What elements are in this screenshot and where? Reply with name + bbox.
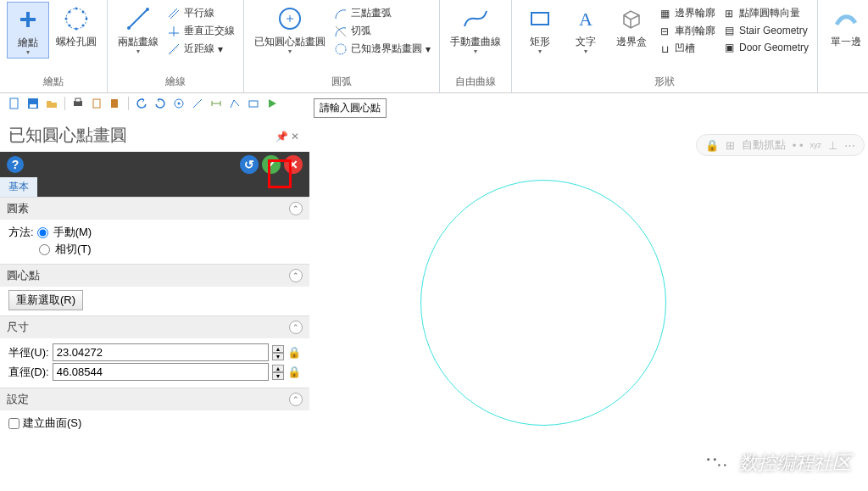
diameter-spinner[interactable]: ▲▼ — [272, 365, 284, 380]
groove-button[interactable]: ⊔凹槽 — [656, 41, 717, 57]
perpendicular-line-button[interactable]: 垂直正交線 — [165, 23, 236, 39]
ok-button[interactable]: ✓ — [262, 155, 281, 174]
boundary-button[interactable]: ▦邊界輪廓 — [656, 5, 717, 21]
group-label-points: 繪點 — [43, 73, 64, 92]
clipboard-icon[interactable] — [89, 96, 104, 111]
two-point-line-button[interactable]: 兩點畫線 ▾ — [114, 2, 162, 57]
collapse-icon[interactable]: ⌃ — [289, 202, 303, 215]
save-icon[interactable] — [25, 96, 41, 111]
pin-icon[interactable]: 📌 — [275, 131, 286, 141]
three-point-arc-button[interactable]: 三點畫弧 — [332, 5, 432, 21]
play-icon[interactable] — [264, 96, 280, 111]
circle-center-label: 已知圓心點畫圓 — [254, 36, 326, 47]
manual-curve-button[interactable]: 手動畫曲線 ▾ — [447, 2, 504, 57]
point-label: 繪點 — [18, 36, 38, 48]
bolt-circle-button[interactable]: 螺栓孔圓 — [53, 2, 100, 49]
dim-tool-icon[interactable] — [209, 96, 224, 111]
snap-dots-icon[interactable]: • • — [793, 139, 804, 152]
method-manual-radio[interactable] — [37, 227, 48, 238]
svg-rect-31 — [75, 98, 81, 102]
svg-point-7 — [82, 11, 85, 14]
door-button[interactable]: ▣Door Geometry — [721, 40, 810, 55]
lock-icon[interactable]: 🔒 — [705, 139, 719, 152]
svg-rect-32 — [93, 99, 100, 108]
curve-icon — [460, 3, 491, 34]
group-label-shapes: 形狀 — [654, 73, 675, 92]
cut-arc-button[interactable]: 切弧 — [332, 23, 432, 39]
lock-icon[interactable]: 🔒 — [287, 346, 301, 359]
chevron-down-icon: ▾ — [426, 43, 431, 55]
boundary-circle-icon — [334, 42, 348, 56]
radius-spinner[interactable]: ▲▼ — [272, 345, 284, 360]
stair-button[interactable]: ▤Stair Geometry — [721, 23, 810, 38]
redo-icon[interactable] — [153, 96, 168, 111]
chevron-down-icon: ▾ — [584, 47, 587, 55]
create-surface-checkbox[interactable] — [8, 418, 19, 429]
reselect-button[interactable]: 重新選取(R) — [8, 290, 83, 310]
print-icon[interactable] — [70, 96, 86, 111]
svg-line-36 — [193, 99, 202, 108]
parallel-line-button[interactable]: 平行線 — [165, 5, 236, 21]
undo-icon[interactable] — [134, 96, 149, 111]
bbox-button[interactable]: 邊界盒 — [610, 2, 653, 49]
svg-point-35 — [178, 103, 181, 105]
turn-icon: ⊟ — [658, 25, 671, 38]
paste-icon[interactable] — [108, 96, 123, 111]
lock-icon[interactable]: 🔒 — [287, 365, 301, 378]
wechat-icon — [702, 451, 731, 475]
collapse-icon[interactable]: ⌃ — [289, 269, 303, 282]
collapse-icon[interactable]: ⌃ — [289, 393, 303, 406]
method-manual-label[interactable]: 手動(M) — [53, 225, 92, 240]
pattern-icon: ⊞ — [722, 7, 736, 20]
radius-input[interactable] — [53, 343, 269, 361]
turn-button[interactable]: ⊟車削輪廓 — [656, 23, 717, 39]
snap-xyz-icon[interactable]: xyz — [810, 141, 822, 149]
drawing-canvas[interactable] — [310, 119, 868, 491]
collapse-icon[interactable]: ⌃ — [289, 321, 303, 334]
svg-point-4 — [86, 18, 88, 20]
preview-circle — [420, 180, 666, 426]
svg-rect-29 — [30, 104, 36, 108]
folder-icon[interactable] — [44, 96, 59, 111]
method-tangent-radio[interactable] — [39, 244, 50, 255]
bolt-circle-label: 螺栓孔圓 — [56, 36, 97, 47]
section-settings-head: 設定 — [7, 392, 29, 407]
rect-button[interactable]: 矩形 ▾ — [519, 2, 561, 57]
tab-basic[interactable]: 基本 — [0, 177, 37, 197]
close-icon[interactable]: ✕ — [291, 131, 301, 141]
point-button[interactable]: 繪點 ▾ — [7, 2, 49, 59]
cancel-button[interactable]: ✕ — [284, 155, 303, 174]
chevron-down-icon: ▾ — [474, 47, 477, 55]
target-icon[interactable] — [171, 96, 186, 111]
diameter-label: 直徑(D): — [8, 365, 49, 380]
snap-label: 自動抓點 — [742, 137, 786, 153]
quick-access-toolbar — [0, 93, 868, 114]
create-surface-label[interactable]: 建立曲面(S) — [23, 416, 81, 431]
bbox-label: 邊界盒 — [616, 36, 647, 47]
new-file-icon[interactable] — [7, 96, 22, 111]
trim-tool-icon[interactable] — [227, 96, 242, 111]
perpendicular-icon — [167, 25, 181, 38]
arc-icon — [334, 7, 348, 20]
method-tangent-label[interactable]: 相切(T) — [55, 242, 92, 257]
snap-perp-icon[interactable]: ⊥ — [828, 139, 837, 152]
watermark: 数控编程社区 — [702, 450, 851, 476]
grid-icon[interactable]: ⊞ — [726, 139, 735, 152]
circle-center-button[interactable]: 已知圓心點畫圓 ▾ — [251, 2, 329, 57]
snap-more-icon[interactable]: ⋯ — [844, 139, 855, 152]
line-tool-icon[interactable] — [190, 96, 205, 111]
reload-button[interactable]: ↺ — [240, 155, 259, 174]
boundary-circle-button[interactable]: 已知邊界點畫圓 ▾ — [332, 41, 432, 57]
help-button[interactable]: ? — [7, 156, 24, 173]
snap-toolbar[interactable]: 🔒 ⊞ 自動抓點 • • xyz ⊥ ⋯ — [696, 134, 865, 156]
diameter-input[interactable] — [53, 363, 269, 381]
near-line-button[interactable]: 近距線 ▾ — [165, 41, 236, 57]
single-side-button[interactable]: 單一邊 — [825, 2, 867, 49]
rect-tool-icon[interactable] — [246, 96, 261, 111]
text-button[interactable]: A 文字 ▾ — [565, 2, 607, 57]
parallel-label: 平行線 — [184, 6, 214, 20]
svg-point-46 — [714, 458, 716, 460]
pattern-button[interactable]: ⊞點陣圓轉向量 — [721, 5, 810, 21]
two-point-line-label: 兩點畫線 — [118, 36, 159, 47]
svg-line-19 — [170, 46, 179, 54]
